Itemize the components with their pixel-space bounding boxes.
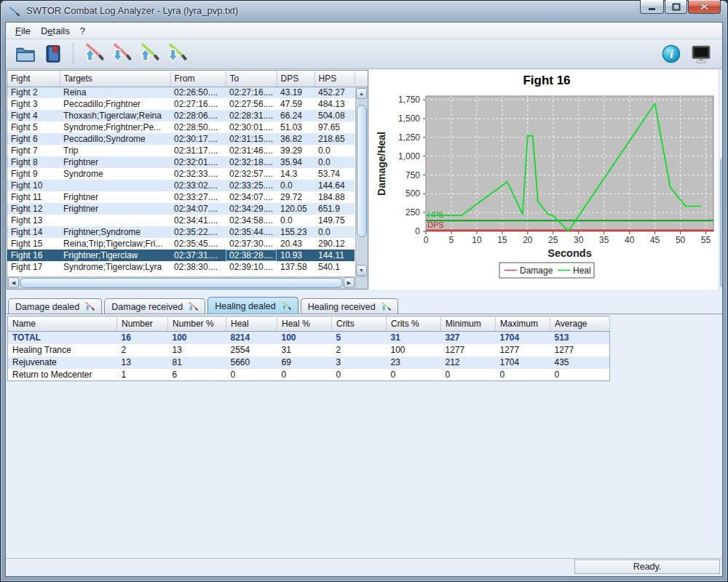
fight-row[interactable]: Fight 15Reina;Trip;Tigerclaw;Fri...02:35… (7, 238, 355, 250)
column-header-maximum[interactable]: Maximum (496, 316, 550, 332)
fight-table-body: Fight 2Reina02:26:50....02:27:16....43.1… (7, 87, 355, 273)
fight-table-panel: FightTargetsFromToDPSHPS Fight 2Reina02:… (7, 70, 368, 290)
open-log-file-button[interactable] (12, 42, 39, 66)
red-saber-down-arrow-icon (110, 41, 132, 66)
column-header-crits[interactable]: Crits (332, 316, 387, 332)
fight-row[interactable]: Fight 4Thoxash;Tigerclaw;Reina02:28:06..… (7, 110, 355, 121)
fight-row[interactable]: Fight 9Syndrome02:32:33....02:32:57....1… (7, 168, 355, 180)
green-saber-down-arrow-icon (380, 301, 391, 312)
column-header-number-[interactable]: Number % (168, 316, 226, 332)
column-header-number[interactable]: Number (117, 316, 168, 332)
vscroll-thumb[interactable] (357, 105, 367, 237)
red-saber-up-arrow-icon (84, 301, 95, 312)
fight-table-hscrollbar[interactable]: ◀ ▶ (7, 276, 355, 289)
tab-damage-received[interactable]: Damage received (104, 298, 205, 314)
healing-received-button[interactable] (163, 42, 189, 66)
svg-text:DPS: DPS (427, 220, 444, 229)
column-header-average[interactable]: Average (550, 316, 610, 332)
menubar: FileDetails? (6, 23, 722, 39)
fight-row[interactable]: Fight 6Peccadillo;Syndrome02:30:17....02… (7, 133, 355, 145)
minimize-button[interactable] (640, 0, 664, 14)
details-row[interactable]: Rejuvenate13815660693232121704435 (8, 356, 610, 369)
details-table-body: TOTAL1610082141005313271704513Healing Tr… (8, 332, 610, 381)
svg-text:20: 20 (523, 235, 533, 245)
scroll-left-arrow-icon[interactable]: ◀ (8, 277, 19, 288)
toolbar-separator (73, 44, 74, 64)
folder-icon (15, 43, 36, 65)
column-header-fight[interactable]: Fight (7, 71, 60, 87)
fight-table-vscrollbar[interactable]: ▲ ▼ (355, 87, 368, 276)
healing-dealt-button[interactable] (135, 42, 162, 66)
column-header-from[interactable]: From (170, 71, 226, 87)
chart-vscroll-thumb[interactable] (720, 157, 723, 288)
menu-item-file[interactable]: File (10, 24, 36, 38)
column-header-to[interactable]: To (226, 71, 277, 87)
hscroll-thumb[interactable] (20, 278, 343, 288)
menu-item-[interactable]: ? (75, 24, 90, 38)
svg-text:40: 40 (625, 235, 635, 245)
red-saber-down-arrow-icon (187, 301, 198, 312)
green-saber-down-arrow-icon (165, 41, 187, 66)
monitor-icon (690, 43, 712, 65)
column-header-targets[interactable]: Targets (60, 71, 170, 87)
column-header-heal-[interactable]: Heal % (277, 316, 332, 332)
svg-text:i: i (670, 47, 673, 61)
details-row[interactable]: Return to Medcenter160000000 (8, 369, 610, 381)
green-saber-up-arrow-icon (280, 300, 291, 311)
red-saber-up-arrow-icon (82, 41, 104, 66)
details-row[interactable]: Healing Trance2132554312100127712771277 (8, 344, 610, 356)
svg-text:5: 5 (449, 235, 454, 245)
info-button[interactable]: i (658, 42, 684, 66)
damage-received-button[interactable] (108, 42, 134, 66)
log-book-button[interactable] (40, 42, 66, 66)
fight-row[interactable]: Fight 17Syndrome;Tigerclaw;Lyra02:38:30.… (7, 261, 355, 273)
column-header-hps[interactable]: HPS (314, 71, 355, 87)
fight-row[interactable]: Fight 12Frightner02:34:07....02:34:29...… (7, 203, 355, 215)
tab-label: Healing received (308, 302, 376, 312)
fight-row[interactable]: Fight 16Frightner;Tigerclaw02:37:31....0… (7, 250, 355, 261)
chart-vscrollbar[interactable] (719, 70, 723, 290)
details-row[interactable]: TOTAL1610082141005313271704513 (8, 332, 610, 344)
svg-text:55: 55 (701, 235, 711, 245)
screenshot-button[interactable] (688, 42, 714, 66)
tab-label: Damage dealed (15, 302, 79, 312)
svg-text:1,500: 1,500 (398, 113, 420, 124)
svg-text:500: 500 (405, 188, 420, 199)
titlebar[interactable]: SWTOR Combat Log Analyzer - Lyra (lyra_p… (0, 0, 728, 22)
fight-row[interactable]: Fight 3Peccadillo;Frightner02:27:16....0… (7, 98, 355, 110)
tab-healing-received[interactable]: Healing received (301, 298, 398, 314)
svg-text:50: 50 (676, 235, 686, 245)
maximize-button[interactable] (665, 0, 687, 14)
fight-row[interactable]: Fight 11Frightner02:33:27....02:34:07...… (7, 191, 355, 203)
column-header-minimum[interactable]: Minimum (441, 316, 496, 332)
fight-row[interactable]: Fight 8Frightner02:32:01....02:32:18....… (7, 156, 355, 168)
svg-text:Damage/Heal: Damage/Heal (376, 132, 387, 196)
scroll-up-arrow-icon[interactable]: ▲ (356, 88, 367, 99)
scroll-down-arrow-icon[interactable]: ▼ (356, 265, 367, 276)
column-header-dps[interactable]: DPS (277, 71, 314, 87)
fight-row[interactable]: Fight 14Frightner;Syndrome02:35:22....02… (7, 226, 355, 238)
client-area: FileDetails? (5, 22, 723, 577)
close-button[interactable] (688, 0, 721, 14)
tab-label: Healing dealed (215, 301, 275, 311)
column-header-name[interactable]: Name (8, 316, 117, 332)
fight-row[interactable]: Fight 1302:34:41....02:34:58....0.0149.7… (7, 215, 355, 226)
details-table-header: NameNumberNumber %HealHeal %CritsCrits %… (8, 316, 610, 332)
tab-healing-dealed[interactable]: Healing dealed (207, 297, 298, 314)
damage-dealt-button[interactable] (80, 42, 106, 66)
details-table: NameNumberNumber %HealHeal %CritsCrits %… (7, 316, 610, 381)
column-header-heal[interactable]: Heal (226, 316, 277, 332)
tab-damage-dealed[interactable]: Damage dealed (8, 298, 102, 314)
app-saber-icon (8, 5, 20, 17)
detail-tabs: Damage dealedDamage receivedHealing deal… (8, 295, 400, 314)
green-saber-up-arrow-icon (138, 41, 159, 66)
status-message: Ready. (574, 559, 720, 574)
info-icon: i (661, 44, 681, 64)
fight-row[interactable]: Fight 1002:33:02....02:33:25....0.0144.6… (7, 180, 355, 191)
fight-row[interactable]: Fight 2Reina02:26:50....02:27:16....43.1… (7, 87, 355, 98)
column-header-crits-[interactable]: Crits % (387, 316, 441, 332)
fight-row[interactable]: Fight 5Syndrome;Frightner;Pe...02:28:50.… (7, 121, 355, 133)
menu-item-details[interactable]: Details (36, 24, 75, 38)
fight-row[interactable]: Fight 7Trip02:31:17....02:31:46....39.29… (7, 145, 355, 156)
scroll-right-arrow-icon[interactable]: ▶ (344, 277, 355, 288)
